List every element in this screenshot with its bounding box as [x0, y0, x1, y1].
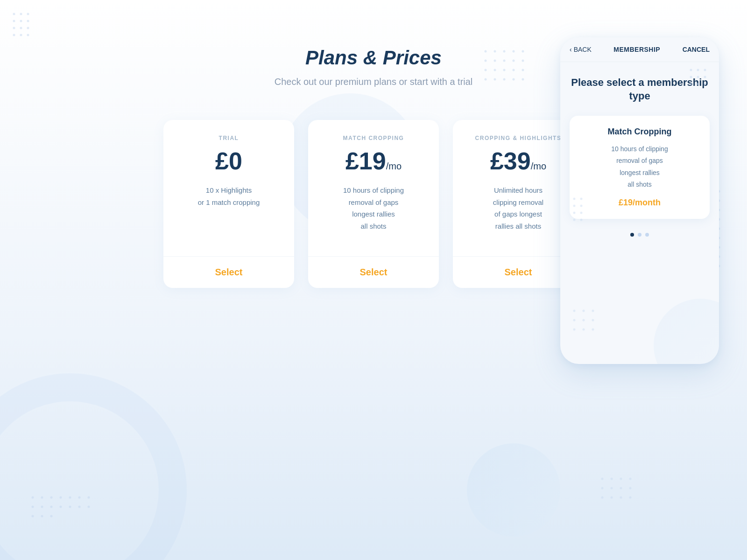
svg-point-18	[494, 60, 496, 62]
svg-point-24	[503, 69, 506, 71]
svg-point-96	[573, 310, 576, 312]
svg-point-71	[601, 487, 604, 490]
svg-point-22	[485, 69, 487, 71]
svg-point-42	[60, 506, 62, 508]
phone-header: ‹ BACK MEMBERSHIP CANCEL	[560, 37, 719, 62]
svg-point-32	[32, 497, 34, 499]
dots-grid-belowphone	[598, 474, 654, 513]
svg-point-91	[580, 205, 583, 207]
svg-point-97	[583, 310, 585, 312]
svg-point-0	[13, 13, 15, 15]
chevron-left-icon: ‹	[570, 46, 572, 53]
dots-grid-bottomleft	[28, 493, 121, 532]
svg-point-81	[704, 69, 706, 71]
svg-point-12	[485, 50, 487, 53]
svg-point-75	[601, 497, 604, 499]
page-container: Plans & Prices Check out our premium pla…	[0, 0, 747, 560]
plan-price-mo-match-cropping: /mo	[386, 161, 402, 172]
dots-grid-topleft	[9, 9, 47, 49]
svg-point-76	[611, 497, 613, 499]
svg-point-2	[27, 13, 29, 15]
svg-point-45	[88, 506, 90, 508]
svg-point-67	[601, 478, 604, 480]
svg-point-74	[629, 487, 632, 490]
svg-point-82	[690, 76, 692, 78]
cancel-button[interactable]: CANCEL	[683, 46, 710, 53]
svg-point-14	[503, 50, 506, 53]
feature-4-mc: all shots	[343, 220, 404, 232]
plan-price-mo-cropping-highlights: /mo	[531, 161, 546, 172]
svg-point-68	[611, 478, 613, 480]
svg-point-99	[573, 319, 576, 322]
price-row-cropping-highlights: £39 /mo	[490, 149, 546, 173]
svg-point-79	[690, 69, 692, 71]
plan-price-match-cropping: £19	[345, 149, 386, 173]
svg-point-103	[583, 329, 585, 331]
svg-point-100	[583, 319, 585, 322]
plan-card-trial: TRIAL £0 10 x Highlights or 1 match crop…	[163, 120, 294, 288]
phone-dots-decoration	[686, 65, 714, 95]
plan-type-trial: TRIAL	[219, 135, 239, 141]
svg-point-34	[50, 497, 53, 499]
svg-point-88	[573, 198, 576, 200]
svg-point-46	[32, 515, 34, 518]
svg-point-41	[50, 506, 53, 508]
svg-point-19	[503, 60, 506, 62]
svg-point-1	[20, 13, 22, 15]
dot-2	[638, 233, 641, 237]
feature-1-trial: 10 x Highlights	[198, 184, 260, 196]
back-button[interactable]: ‹ BACK	[570, 46, 592, 53]
svg-point-5	[27, 20, 29, 22]
svg-point-70	[629, 478, 632, 480]
select-button-match-cropping[interactable]: Select	[308, 256, 439, 288]
svg-point-28	[494, 78, 496, 81]
nav-title: MEMBERSHIP	[613, 46, 660, 53]
svg-point-86	[697, 83, 699, 85]
svg-point-69	[620, 478, 622, 480]
svg-point-104	[592, 329, 594, 331]
svg-point-73	[620, 487, 622, 490]
svg-point-85	[690, 83, 692, 85]
svg-point-101	[592, 319, 594, 322]
feature-3-mc: longest rallies	[343, 208, 404, 220]
phone-mockup: ‹ BACK MEMBERSHIP CANCEL Please select a…	[560, 37, 719, 364]
svg-point-95	[580, 219, 583, 221]
price-row-match-cropping: £19 /mo	[345, 149, 402, 173]
plan-price-cropping-highlights: £39	[490, 149, 531, 173]
svg-point-27	[485, 78, 487, 81]
plan-features-match-cropping: 10 hours of clipping removal of gaps lon…	[343, 184, 404, 245]
svg-point-78	[629, 497, 632, 499]
feature-2-trial: or 1 match cropping	[198, 196, 260, 209]
svg-point-93	[580, 212, 583, 214]
dot-3	[645, 233, 649, 237]
plan-features-trial: 10 x Highlights or 1 match cropping	[198, 184, 260, 245]
svg-point-43	[69, 506, 71, 508]
feature-1-mc: 10 hours of clipping	[343, 184, 404, 196]
svg-point-30	[513, 78, 515, 81]
phone-feature-2: removal of gaps	[579, 155, 700, 167]
plan-price-trial: £0	[215, 149, 242, 173]
svg-point-21	[522, 60, 524, 62]
svg-point-36	[69, 497, 71, 499]
svg-point-31	[522, 78, 524, 81]
plan-type-cropping-highlights: CROPPING & HIGHLIGHTS	[475, 135, 562, 141]
membership-card-title: Match Cropping	[579, 127, 700, 137]
phone-feature-1: 10 hours of clipping	[579, 143, 700, 155]
select-button-trial[interactable]: Select	[163, 256, 294, 288]
svg-point-90	[573, 205, 576, 207]
svg-point-9	[13, 34, 15, 36]
plan-type-match-cropping: MATCH CROPPING	[343, 135, 404, 141]
phone-circle-decoration	[654, 299, 719, 364]
svg-point-6	[13, 27, 15, 29]
plan-features-cropping-highlights: Unlimited hours clipping removal of gaps…	[493, 184, 543, 245]
phone-feature-4: all shots	[579, 179, 700, 190]
svg-point-48	[50, 515, 53, 518]
feature-4-ch: rallies all shots	[493, 220, 543, 232]
svg-point-17	[485, 60, 487, 62]
svg-point-10	[20, 34, 22, 36]
svg-point-39	[32, 506, 34, 508]
svg-point-23	[494, 69, 496, 71]
back-label: BACK	[574, 46, 592, 53]
svg-point-40	[41, 506, 43, 508]
svg-point-87	[704, 83, 706, 85]
